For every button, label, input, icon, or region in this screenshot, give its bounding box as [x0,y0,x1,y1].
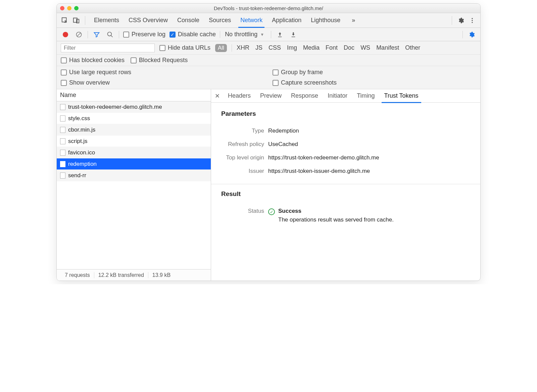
file-icon [60,115,65,121]
param-type-label: Type [211,128,268,134]
tab-lighthouse[interactable]: Lighthouse [306,13,345,28]
inspect-icon[interactable] [60,16,69,25]
group-by-frame-checkbox[interactable]: Group by frame [273,69,476,76]
request-name: favicon.ico [68,149,95,156]
request-name: script.js [68,138,88,145]
detail-tab-response[interactable]: Response [286,89,323,103]
file-icon [60,173,65,179]
filter-type-all[interactable]: All [215,44,227,52]
tab-console[interactable]: Console [173,13,204,28]
search-icon[interactable] [105,30,115,39]
detail-tab-initiator[interactable]: Initiator [323,89,352,103]
file-icon [60,127,65,133]
request-row[interactable]: favicon.ico [57,147,211,158]
file-icon [60,104,65,110]
clear-button[interactable] [74,30,84,39]
settings-gear-icon[interactable] [456,16,466,25]
detail-tab-headers[interactable]: Headers [223,89,255,103]
detail-panel: ✕ HeadersPreviewResponseInitiatorTimingT… [211,89,480,281]
request-row[interactable]: send-rr [57,170,211,181]
request-name: cbor.min.js [68,127,95,133]
filter-bar: Hide data URLs All XHRJSCSSImgMediaFontD… [57,41,480,55]
hide-data-urls-checkbox[interactable]: Hide data URLs [159,44,210,51]
file-icon [60,150,65,156]
result-heading: Result [211,190,480,198]
result-status-label: Status [211,208,268,223]
request-name: redemption [68,161,97,167]
filter-type-doc[interactable]: Doc [344,44,354,51]
filter-type-img[interactable]: Img [287,44,297,51]
filter-type-js[interactable]: JS [255,44,262,51]
tab-application[interactable]: Application [267,13,306,28]
window-title: DevTools - trust-token-redeemer-demo.gli… [57,5,480,11]
tab-sources[interactable]: Sources [204,13,236,28]
detail-tab-preview[interactable]: Preview [255,89,286,103]
param-issuer-label: Issuer [211,168,268,175]
detail-tab-timing[interactable]: Timing [352,89,379,103]
filter-type-manifest[interactable]: Manifest [376,44,399,51]
network-settings-icon[interactable] [467,30,476,39]
param-origin-label: Top level origin [211,154,268,161]
blocked-requests-checkbox[interactable]: Blocked Requests [131,57,188,64]
status-transferred: 12.2 kB transferred [94,272,148,278]
network-toolbar: Preserve log ✓Disable cache No throttlin… [57,28,480,41]
disable-cache-checkbox[interactable]: ✓Disable cache [169,31,216,38]
tabs-overflow[interactable]: » [347,13,360,28]
tab-network[interactable]: Network [236,13,267,28]
view-options: Use large request rows Show overview Gro… [57,66,480,89]
param-refresh-value: UseCached [268,141,480,148]
svg-point-8 [108,32,112,36]
column-header-name[interactable]: Name [57,89,211,101]
filter-type-ws[interactable]: WS [360,44,370,51]
param-refresh-label: Refresh policy [211,141,268,148]
detail-tabs: ✕ HeadersPreviewResponseInitiatorTimingT… [211,89,480,103]
dropdown-caret-icon: ▼ [260,32,264,37]
filter-type-xhr[interactable]: XHR [237,44,249,51]
large-rows-checkbox[interactable]: Use large request rows [61,69,264,76]
detail-tab-trust-tokens[interactable]: Trust Tokens [380,89,423,103]
request-row[interactable]: cbor.min.js [57,124,211,136]
tab-css-overview[interactable]: CSS Overview [124,13,173,28]
download-har-icon[interactable] [289,30,298,39]
block-options-row: Has blocked cookies Blocked Requests [57,55,480,66]
svg-point-4 [472,20,473,21]
file-icon [60,138,65,144]
content-area: Name trust-token-redeemer-demo.glitch.me… [57,89,480,281]
success-check-icon: ✓ [268,208,275,215]
request-row[interactable]: trust-token-redeemer-demo.glitch.me [57,101,211,113]
request-name: send-rr [68,172,86,179]
request-row[interactable]: redemption [57,158,211,170]
request-name: trust-token-redeemer-demo.glitch.me [68,104,162,110]
titlebar: DevTools - trust-token-redeemer-demo.gli… [57,4,480,13]
request-list-panel: Name trust-token-redeemer-demo.glitch.me… [57,89,211,281]
throttling-dropdown[interactable]: No throttling ▼ [220,31,264,38]
upload-har-icon[interactable] [275,30,285,39]
main-tabs: ElementsCSS OverviewConsoleSourcesNetwor… [57,13,480,28]
tab-elements[interactable]: Elements [89,13,124,28]
param-issuer-value: https://trust-token-issuer-demo.glitch.m… [268,168,480,175]
close-detail-icon[interactable]: ✕ [211,92,223,100]
show-overview-checkbox[interactable]: Show overview [61,79,264,86]
parameters-heading: Parameters [211,110,480,117]
capture-screenshots-checkbox[interactable]: Capture screenshots [273,79,476,86]
filter-input[interactable] [61,44,155,52]
filter-type-other[interactable]: Other [405,44,420,51]
request-row[interactable]: style.css [57,113,211,124]
has-blocked-cookies-checkbox[interactable]: Has blocked cookies [61,57,125,64]
svg-line-7 [77,33,81,36]
result-status-value: ✓ Success The operations result was serv… [268,208,480,223]
svg-line-9 [111,35,113,37]
filter-type-font[interactable]: Font [326,44,338,51]
filter-icon[interactable] [92,30,101,39]
param-origin-value: https://trust-token-redeemer-demo.glitch… [268,154,480,161]
filter-type-css[interactable]: CSS [268,44,281,51]
status-resources: 13.9 kB [148,272,175,278]
device-toggle-icon[interactable] [71,16,81,25]
filter-type-media[interactable]: Media [303,44,320,51]
request-row[interactable]: script.js [57,136,211,147]
record-button[interactable] [61,30,70,39]
more-menu-icon[interactable] [468,16,477,25]
status-requests: 7 requests [61,272,94,278]
request-list: trust-token-redeemer-demo.glitch.mestyle… [57,101,211,269]
preserve-log-checkbox[interactable]: Preserve log [123,31,165,38]
